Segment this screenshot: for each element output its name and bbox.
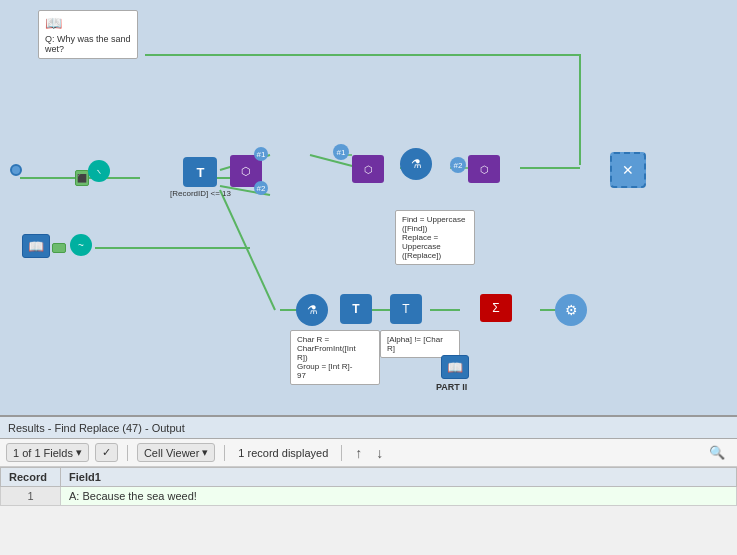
output-node: ✕ (610, 152, 646, 188)
search-button[interactable]: 🔍 (703, 443, 731, 462)
col-header-record: Record (1, 468, 61, 487)
annotation-top: 📖 Q: Why was the sand wet? (38, 10, 138, 59)
chevron-down-icon: ▾ (76, 446, 82, 459)
filter-node: ⬡ #1 #2 (230, 155, 262, 187)
wave-node-bottom: ~ (70, 234, 92, 256)
formula-box: Char R = CharFromInt([Int R]) Group = [I… (290, 330, 380, 385)
results-header: Results - Find Replace (47) - Output (0, 417, 737, 439)
row-num-cell: 1 (1, 487, 61, 506)
workflow-canvas: 📖 Q: Why was the sand wet? ⬛ ~ T [Record… (0, 0, 737, 415)
find-replace-node2: ⬡ (468, 155, 500, 183)
select-node-lower: T (340, 294, 372, 324)
select-node: T [RecordID] <= 13 (170, 157, 231, 198)
fields-dropdown-button[interactable]: 1 of 1 Fields ▾ (6, 443, 89, 462)
green-connector (52, 243, 66, 253)
formula-node-upper: ⚗ (400, 148, 432, 180)
formula-node-lower1: ⚗ (296, 294, 328, 326)
cell-viewer-chevron-icon: ▾ (202, 446, 208, 459)
records-count-text: 1 record displayed (234, 445, 332, 461)
col-header-field1: Field1 (61, 468, 737, 487)
cell-viewer-label: Cell Viewer (144, 447, 199, 459)
cell-viewer-dropdown-button[interactable]: Cell Viewer ▾ (137, 443, 215, 462)
part2-label: PART II (436, 382, 467, 392)
badge-2-upper: #2 (450, 157, 466, 173)
find-replace-box: Find = Uppercase ([Find]) Replace = Uppe… (395, 210, 475, 265)
badge-1: #1 (333, 144, 349, 160)
results-toolbar: 1 of 1 Fields ▾ ✓ Cell Viewer ▾ 1 record… (0, 439, 737, 467)
check-button[interactable]: ✓ (95, 443, 118, 462)
input-node (10, 164, 22, 176)
settings-node: ⚙ (555, 294, 587, 326)
results-table: Record Field1 1 A: Because the sea weed! (0, 467, 737, 506)
filter-node-lower: T (390, 294, 422, 324)
divider-1 (127, 445, 128, 461)
row-value-cell: A: Because the sea weed! (61, 487, 737, 506)
fields-label: 1 of 1 Fields (13, 447, 73, 459)
divider-2 (224, 445, 225, 461)
transform-node: ~ (88, 160, 110, 182)
check-icon: ✓ (102, 446, 111, 459)
results-panel: Results - Find Replace (47) - Output 1 o… (0, 415, 737, 555)
formula-box-2: [Alpha] != [Char R] (380, 330, 460, 358)
find-replace-node-upper: ⬡ (352, 155, 384, 183)
divider-3 (341, 445, 342, 461)
part2-book-icon: 📖 (441, 355, 469, 379)
nav-up-button[interactable]: ↑ (351, 445, 366, 461)
results-header-text: Results - Find Replace (47) - Output (8, 422, 185, 434)
summarize-node: Σ (480, 294, 512, 322)
svg-line-8 (220, 190, 275, 310)
annotation-book-icon: 📖 (22, 234, 50, 258)
nav-down-button[interactable]: ↓ (372, 445, 387, 461)
table-row: 1 A: Because the sea weed! (1, 487, 737, 506)
connector-node: ⬛ (75, 170, 89, 186)
